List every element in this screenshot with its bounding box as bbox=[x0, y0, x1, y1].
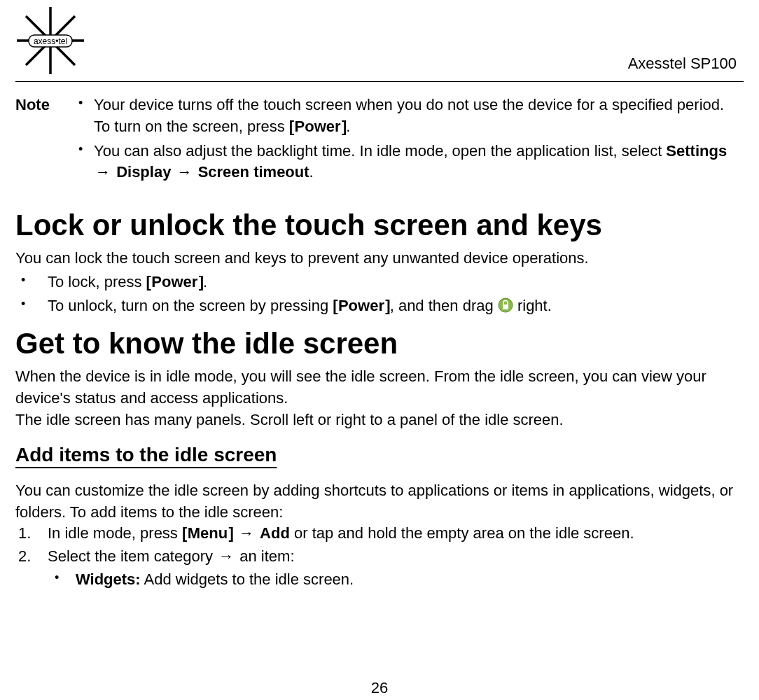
text: , and then drag bbox=[390, 297, 498, 314]
display-label: Display bbox=[116, 163, 171, 181]
text: Add widgets to the idle screen. bbox=[141, 570, 354, 588]
arrow-icon: → bbox=[176, 162, 194, 183]
lock-list: To lock, press [ Power ]. To unlock, tur… bbox=[15, 271, 744, 317]
svg-rect-7 bbox=[503, 304, 508, 309]
timeout-label: Screen timeout bbox=[198, 163, 309, 181]
add-steps-list: In idle mode, press [ Menu ] → Add or ta… bbox=[15, 523, 744, 590]
idle-paragraph-2: The idle screen has many panels. Scroll … bbox=[15, 410, 744, 431]
heading-add-items: Add items to the idle screen bbox=[15, 444, 744, 473]
menu-key: Menu bbox=[188, 524, 228, 542]
text: In idle mode, press bbox=[48, 524, 182, 542]
settings-label: Settings bbox=[666, 142, 727, 160]
text: Select the item category bbox=[48, 547, 217, 565]
add-step-2: Select the item category → an item: Widg… bbox=[15, 546, 744, 591]
add-nested-list: Widgets: Add widgets to the idle screen. bbox=[48, 569, 744, 591]
arrow-icon: → bbox=[94, 162, 112, 183]
add-label: Add bbox=[260, 524, 290, 542]
period: . bbox=[346, 118, 350, 135]
widgets-label: Widgets: bbox=[76, 570, 141, 588]
arrow-icon: → bbox=[237, 523, 256, 545]
note-item-1: Your device turns off the touch screen w… bbox=[78, 94, 744, 138]
model-name: Axesstel SP100 bbox=[628, 55, 737, 73]
logo-text: axess•tel bbox=[34, 36, 67, 46]
idle-paragraph-1: When the device is in idle mode, you wil… bbox=[15, 366, 744, 410]
note-label: Note bbox=[15, 94, 78, 186]
page-header: axess•tel Axesstel SP100 bbox=[15, 0, 744, 82]
add-step-1: In idle mode, press [ Menu ] → Add or ta… bbox=[15, 523, 744, 545]
note-block: Note Your device turns off the touch scr… bbox=[15, 94, 744, 186]
power-key: Power bbox=[295, 118, 341, 135]
axesstel-logo: axess•tel bbox=[15, 6, 85, 76]
power-key: Power bbox=[151, 273, 197, 290]
text: or tap and hold the empty area on the id… bbox=[290, 524, 634, 542]
text: right. bbox=[517, 297, 552, 314]
page-number: 26 bbox=[0, 679, 759, 697]
period: . bbox=[203, 273, 207, 290]
note-text: You can also adjust the backlight time. … bbox=[94, 142, 666, 160]
heading-idle: Get to know the idle screen bbox=[15, 327, 744, 360]
heading-lock: Lock or unlock the touch screen and keys bbox=[15, 209, 744, 242]
bracket: ] bbox=[229, 524, 233, 542]
add-nested-widgets: Widgets: Add widgets to the idle screen. bbox=[48, 569, 744, 591]
note-text: Your device turns off the touch screen w… bbox=[94, 96, 724, 135]
lock-drag-icon bbox=[498, 297, 513, 312]
note-item-2: You can also adjust the backlight time. … bbox=[78, 141, 744, 184]
add-intro: You can customize the idle screen by add… bbox=[15, 480, 744, 524]
text: To lock, press bbox=[48, 273, 146, 290]
lock-item-1: To lock, press [ Power ]. bbox=[15, 271, 744, 293]
period: . bbox=[309, 163, 314, 181]
lock-intro: You can lock the touch screen and keys t… bbox=[15, 248, 744, 270]
text: an item: bbox=[235, 547, 294, 565]
note-content: Your device turns off the touch screen w… bbox=[78, 94, 744, 186]
lock-item-2: To unlock, turn on the screen by pressin… bbox=[15, 295, 744, 317]
power-key: Power bbox=[338, 297, 384, 314]
text: To unlock, turn on the screen by pressin… bbox=[48, 297, 333, 314]
arrow-icon: → bbox=[217, 546, 235, 568]
